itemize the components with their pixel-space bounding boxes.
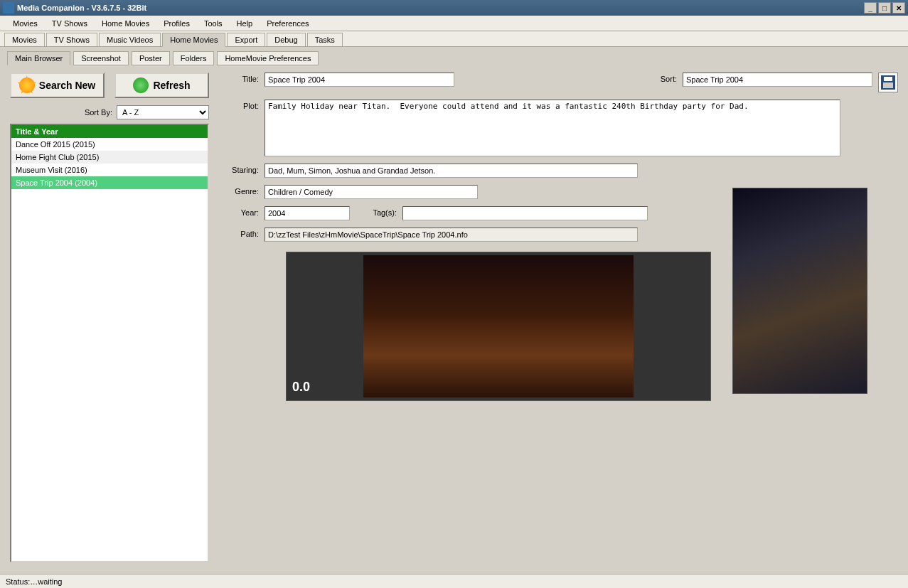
subtab-homemovieprefs[interactable]: HomeMovie Preferences xyxy=(217,51,319,65)
tags-label: Tag(s): xyxy=(361,206,397,217)
refresh-label: Refresh xyxy=(153,80,190,91)
plot-textarea[interactable]: Family Holiday near Titan. Everyone coul… xyxy=(265,100,840,156)
menu-preferences[interactable]: Preferences xyxy=(260,18,316,29)
title-label: Title: xyxy=(223,73,259,83)
path-input xyxy=(265,228,638,242)
title-input[interactable] xyxy=(265,73,454,87)
refresh-button[interactable]: Refresh xyxy=(114,73,209,98)
sort-label: Sort: xyxy=(648,73,677,83)
search-new-label: Search New xyxy=(39,80,95,91)
fanart-rating: 0.0 xyxy=(292,380,310,395)
search-new-button[interactable]: Search New xyxy=(10,73,105,98)
tab-export[interactable]: Export xyxy=(227,33,265,46)
sortby-select[interactable]: A - Z xyxy=(117,105,209,119)
tab-musicvideos[interactable]: Music Videos xyxy=(99,33,161,46)
genre-input[interactable] xyxy=(265,185,478,199)
close-button[interactable]: ✕ xyxy=(892,2,905,14)
movie-list[interactable]: Title & Year Dance Off 2015 (2015) Home … xyxy=(10,124,209,562)
titlebar: Media Companion - V3.6.7.5 - 32Bit _ □ ✕ xyxy=(0,0,908,16)
year-label: Year: xyxy=(223,206,259,217)
new-icon xyxy=(19,77,35,93)
save-button[interactable] xyxy=(878,73,898,92)
menu-homemovies[interactable]: Home Movies xyxy=(95,18,156,29)
menu-tvshows[interactable]: TV Shows xyxy=(45,18,95,29)
sort-input[interactable] xyxy=(683,73,872,87)
tab-homemovies[interactable]: Home Movies xyxy=(162,33,225,47)
list-item[interactable]: Museum Visit (2016) xyxy=(11,164,208,176)
plot-label: Plot: xyxy=(223,100,259,110)
refresh-icon xyxy=(133,77,149,93)
staring-label: Staring: xyxy=(223,164,259,174)
path-label: Path: xyxy=(223,228,259,238)
year-input[interactable] xyxy=(265,206,350,220)
tab-movies[interactable]: Movies xyxy=(4,33,45,46)
minimize-button[interactable]: _ xyxy=(864,2,877,14)
sortby-label: Sort By: xyxy=(85,108,112,117)
window-title: Media Companion - V3.6.7.5 - 32Bit xyxy=(17,4,864,12)
tags-input[interactable] xyxy=(402,206,648,220)
floppy-icon xyxy=(881,75,895,90)
main-tabbar: Movies TV Shows Music Videos Home Movies… xyxy=(0,31,908,47)
menubar: Movies TV Shows Home Movies Profiles Too… xyxy=(0,16,908,31)
menu-profiles[interactable]: Profiles xyxy=(156,18,197,29)
fanart-preview[interactable]: 0.0 xyxy=(286,252,711,401)
app-icon xyxy=(3,2,14,14)
menu-tools[interactable]: Tools xyxy=(197,18,230,29)
maximize-button[interactable]: □ xyxy=(878,2,891,14)
tab-tasks[interactable]: Tasks xyxy=(307,33,343,46)
menu-help[interactable]: Help xyxy=(230,18,260,29)
staring-input[interactable] xyxy=(265,164,638,178)
list-item[interactable]: Space Trip 2004 (2004) xyxy=(11,176,208,189)
subtab-mainbrowser[interactable]: Main Browser xyxy=(7,51,70,65)
tab-tvshows[interactable]: TV Shows xyxy=(46,33,97,46)
poster-preview[interactable] xyxy=(732,188,867,394)
subtab-poster[interactable]: Poster xyxy=(132,51,170,65)
sub-tabbar: Main Browser Screenshot Poster Folders H… xyxy=(0,47,908,65)
genre-label: Genre: xyxy=(223,185,259,196)
subtab-folders[interactable]: Folders xyxy=(173,51,215,65)
status-text: Status:…waiting xyxy=(6,577,62,586)
subtab-screenshot[interactable]: Screenshot xyxy=(73,51,129,65)
tab-debug[interactable]: Debug xyxy=(267,33,305,46)
menu-movies[interactable]: Movies xyxy=(6,18,45,29)
statusbar: Status:…waiting xyxy=(0,574,908,588)
list-item[interactable]: Home Fight Club (2015) xyxy=(11,151,208,164)
list-item[interactable]: Dance Off 2015 (2015) xyxy=(11,138,208,151)
list-header: Title & Year xyxy=(11,125,208,138)
